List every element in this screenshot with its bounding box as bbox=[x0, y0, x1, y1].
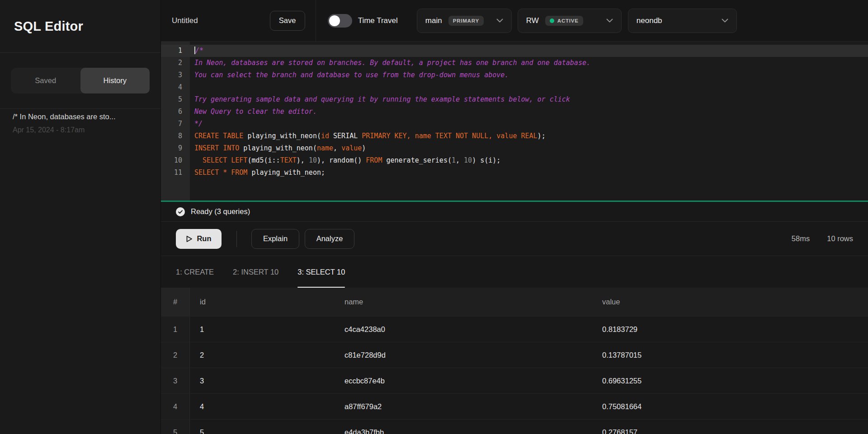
code-area[interactable]: 1/*2In Neon, databases are stored on bra… bbox=[161, 42, 868, 201]
row-number-cell: 5 bbox=[161, 420, 190, 434]
code-line[interactable]: 4 bbox=[161, 81, 868, 93]
history-item-date: Apr 15, 2024 - 8:17am bbox=[13, 126, 148, 134]
history-item-title: /* In Neon, databases are sto... bbox=[13, 112, 148, 121]
result-tab-3[interactable]: 3: SELECT 10 bbox=[297, 256, 345, 288]
compute-selector[interactable]: RW ACTIVE bbox=[518, 9, 622, 33]
table-row[interactable]: 11c4ca4238a00.8183729 bbox=[161, 316, 868, 342]
line-number: 11 bbox=[161, 167, 190, 179]
code-token: id bbox=[321, 132, 329, 140]
code-line[interactable]: 6New Query to clear the editor. bbox=[161, 106, 868, 118]
code-text: /* bbox=[190, 45, 203, 57]
code-text: INSERT INTO playing_with_neon(name, valu… bbox=[190, 142, 366, 154]
line-number: 4 bbox=[161, 81, 190, 93]
code-text: In Neon, databases are stored on branche… bbox=[190, 57, 590, 69]
compute-status-label: ACTIVE bbox=[557, 18, 579, 23]
code-line[interactable]: 10 SELECT LEFT(md5(i::TEXT), 10), random… bbox=[161, 154, 868, 167]
code-text: */ bbox=[190, 118, 203, 130]
code-token: playing_with_neon; bbox=[247, 168, 325, 177]
result-tab-1[interactable]: 1: CREATE bbox=[176, 256, 214, 288]
history-list: /* In Neon, databases are sto...Apr 15, … bbox=[0, 109, 160, 134]
code-line[interactable]: 1/* bbox=[161, 45, 868, 57]
branch-primary-badge: PRIMARY bbox=[448, 16, 484, 26]
code-token: playing_with_neon( bbox=[239, 144, 317, 152]
code-text: SELECT * FROM playing_with_neon; bbox=[190, 167, 325, 179]
active-status-dot-icon bbox=[550, 19, 554, 23]
code-line[interactable]: 7*/ bbox=[161, 118, 868, 130]
line-number: 5 bbox=[161, 93, 190, 106]
code-line[interactable]: 9INSERT INTO playing_with_neon(name, val… bbox=[161, 142, 868, 154]
table-row[interactable]: 22c81e728d9d0.13787015 bbox=[161, 342, 868, 368]
code-text: New Query to clear the editor. bbox=[190, 106, 317, 118]
save-button[interactable]: Save bbox=[270, 11, 305, 31]
cell: c4ca4238a0 bbox=[335, 317, 592, 342]
results-table: #idnamevalue 11c4ca4238a00.818372922c81e… bbox=[161, 288, 868, 434]
cell: 0.8183729 bbox=[592, 317, 868, 342]
sidebar: SQL Editor SavedHistory /* In Neon, data… bbox=[0, 0, 161, 434]
cell: eccbc87e4b bbox=[335, 368, 592, 393]
topbar-divider bbox=[316, 0, 316, 42]
result-tab-2[interactable]: 2: INSERT 10 bbox=[233, 256, 278, 288]
code-token: name bbox=[317, 144, 333, 152]
chevron-down-icon bbox=[496, 19, 503, 23]
chevron-down-icon bbox=[606, 19, 613, 23]
code-token: SELECT LEFT bbox=[203, 156, 247, 164]
table-row[interactable]: 33eccbc87e4b0.69631255 bbox=[161, 368, 868, 393]
code-line[interactable]: 2In Neon, databases are stored on branch… bbox=[161, 57, 868, 69]
cell: 2 bbox=[190, 342, 335, 368]
explain-button[interactable]: Explain bbox=[251, 229, 299, 249]
row-number-cell: 2 bbox=[161, 342, 190, 368]
database-name: neondb bbox=[637, 16, 662, 25]
code-token: playing_with_neon( bbox=[243, 132, 321, 140]
status-text: Ready (3 queries) bbox=[191, 207, 250, 216]
code-token: ); bbox=[538, 132, 546, 140]
time-travel-toggle[interactable] bbox=[328, 14, 352, 28]
column-header-rownum: # bbox=[161, 288, 190, 316]
line-number: 2 bbox=[161, 57, 190, 69]
sidebar-tab-saved[interactable]: Saved bbox=[11, 68, 80, 93]
results-body: 11c4ca4238a00.818372922c81e728d9d0.13787… bbox=[161, 316, 868, 434]
history-item[interactable]: /* In Neon, databases are sto...Apr 15, … bbox=[0, 109, 160, 134]
table-row[interactable]: 55e4da3b7fbb0.2768157 bbox=[161, 419, 868, 434]
row-number-cell: 3 bbox=[161, 368, 190, 393]
code-token: PRIMARY KEY, name TEXT NOT NULL, value R… bbox=[362, 132, 537, 140]
code-token: generate_series( bbox=[382, 156, 452, 164]
code-text: Try generating sample data and querying … bbox=[190, 93, 570, 106]
line-number: 9 bbox=[161, 142, 190, 154]
column-header-value: value bbox=[592, 288, 868, 316]
query-stats: 58ms 10 rows bbox=[792, 234, 853, 243]
table-row[interactable]: 44a87ff679a20.75081664 bbox=[161, 393, 868, 419]
compute-name: RW bbox=[526, 16, 539, 25]
view-switcher: SavedHistory bbox=[11, 68, 150, 93]
action-divider bbox=[236, 231, 237, 247]
code-token: 10 bbox=[464, 156, 472, 164]
status-bar: Ready (3 queries) bbox=[161, 202, 868, 222]
database-selector[interactable]: neondb bbox=[628, 9, 737, 33]
row-number-cell: 1 bbox=[161, 317, 190, 342]
time-travel-label: Time Travel bbox=[358, 16, 398, 25]
line-number: 10 bbox=[161, 154, 190, 167]
run-button[interactable]: Run bbox=[176, 229, 222, 249]
code-line[interactable]: 11SELECT * FROM playing_with_neon; bbox=[161, 167, 868, 179]
query-row-count: 10 rows bbox=[827, 234, 853, 243]
cell: a87ff679a2 bbox=[335, 394, 592, 419]
branch-selector[interactable]: main PRIMARY bbox=[417, 9, 512, 33]
code-text: CREATE TABLE playing_with_neon(id SERIAL… bbox=[190, 130, 546, 142]
code-token: value bbox=[341, 144, 362, 152]
code-token: TEXT bbox=[280, 156, 297, 164]
code-line[interactable]: 3You can select the branch and database … bbox=[161, 69, 868, 81]
cell: 0.2768157 bbox=[592, 420, 868, 434]
code-token bbox=[194, 156, 203, 164]
code-line[interactable]: 5Try generating sample data and querying… bbox=[161, 93, 868, 106]
code-text: SELECT LEFT(md5(i::TEXT), 10), random() … bbox=[190, 154, 500, 167]
sidebar-tab-history[interactable]: History bbox=[80, 68, 150, 93]
results-header: #idnamevalue bbox=[161, 288, 868, 316]
compute-status-badge: ACTIVE bbox=[545, 16, 583, 26]
code-token: /* bbox=[195, 47, 203, 55]
column-header-name: name bbox=[335, 288, 592, 316]
analyze-button[interactable]: Analyze bbox=[305, 229, 354, 249]
code-token: In Neon, databases are stored on branche… bbox=[194, 59, 590, 67]
code-line[interactable]: 8CREATE TABLE playing_with_neon(id SERIA… bbox=[161, 130, 868, 142]
sidebar-tabs-section: SavedHistory bbox=[0, 53, 160, 109]
main-panel: Untitled Save Time Travel main PRIMARY R… bbox=[161, 0, 868, 434]
cell: c81e728d9d bbox=[335, 342, 592, 368]
